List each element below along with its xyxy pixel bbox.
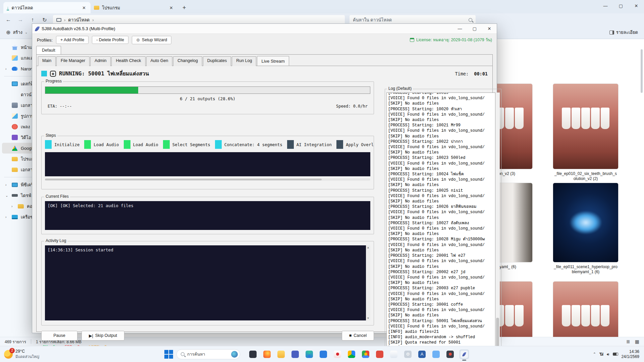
log-line: [PROCESS] Starting: 10021 Mr99 bbox=[388, 123, 494, 128]
log-line: [SKIP] Quota reached for 50001 bbox=[388, 340, 494, 345]
dark-app-icon[interactable] bbox=[248, 350, 258, 359]
app-title-bar[interactable]: SJ88 AutoBatch v26.5.3 (Multi-Profile) —… bbox=[32, 24, 497, 34]
expand-chevron-icon[interactable]: › bbox=[5, 67, 9, 71]
chrome-icon[interactable] bbox=[361, 350, 370, 359]
home-icon bbox=[12, 45, 18, 50]
activity-log-terminal[interactable]: [14:36:13] Session started bbox=[45, 245, 366, 320]
list-view-icon[interactable]: ≣ bbox=[626, 339, 630, 344]
profile-tab-default[interactable]: Default bbox=[36, 46, 61, 54]
scroll-down-icon[interactable]: ▼ bbox=[367, 317, 370, 320]
log-line: [VOICE] Found 0 files in vdo_long_sound/ bbox=[388, 144, 494, 150]
volume-icon[interactable]: 🔊︎ bbox=[607, 352, 609, 357]
breadcrumb-folder[interactable]: ดาวน์โหลด bbox=[68, 16, 90, 23]
firefox-icon[interactable] bbox=[262, 350, 272, 359]
edge-icon[interactable] bbox=[305, 350, 314, 359]
step-chip: Select Segments bbox=[163, 140, 210, 149]
tooth bbox=[505, 108, 514, 129]
notepad-icon[interactable] bbox=[389, 350, 398, 359]
app-minimize-button[interactable]: — bbox=[452, 24, 467, 34]
file-name: _file_ep011_scene1_hyperloop_problemyaml… bbox=[552, 264, 619, 275]
settings-gear-icon[interactable]: ⚙ bbox=[403, 350, 413, 359]
skip-output-button[interactable]: ▶| Skip Output bbox=[82, 331, 124, 341]
file-item[interactable]: _file_ep011_scene1_hyperloop_problemyaml… bbox=[552, 183, 619, 275]
up-icon[interactable]: ↑ bbox=[29, 17, 36, 23]
activity-log-scrollbar[interactable]: ▲ ▼ bbox=[366, 245, 370, 320]
tooth bbox=[591, 305, 600, 326]
teams-icon[interactable] bbox=[290, 350, 300, 359]
thumbnail-view-icon[interactable]: ▦ bbox=[635, 339, 639, 344]
setup-wizard-button[interactable]: ⚙ Setup Wizard bbox=[132, 36, 171, 44]
tab-admin[interactable]: Admin bbox=[90, 56, 111, 66]
tooth bbox=[562, 305, 571, 326]
cancel-button[interactable]: ■ Cancel bbox=[342, 331, 374, 341]
skip-icon: ▶| bbox=[89, 333, 93, 338]
weather-widget[interactable]: 2 29°C มีแดดส่วนใหญ่ bbox=[0, 349, 80, 360]
tab-file-manager[interactable]: File Manager bbox=[56, 56, 90, 66]
tab-run-log[interactable]: Run Log bbox=[232, 56, 256, 66]
red-app-icon[interactable] bbox=[375, 350, 384, 359]
weather-temp: 29°C bbox=[15, 349, 39, 354]
breadcrumb[interactable]: › ดาวน์โหลด › bbox=[53, 15, 345, 24]
app-feather-icon bbox=[35, 25, 40, 32]
battery-icon[interactable] bbox=[613, 353, 618, 356]
file-item[interactable]: _file_ep010_02_six_teeth_brush_solution_… bbox=[552, 83, 619, 181]
app-maximize-button[interactable]: ▢ bbox=[467, 24, 482, 34]
log-line: [SKIP] No audio files bbox=[388, 134, 494, 139]
delete-profile-button[interactable]: - Delete Profile bbox=[92, 36, 128, 44]
current-files-terminal[interactable]: [OK] [OK] Selected: 21 audio files bbox=[45, 201, 370, 230]
refresh-icon[interactable]: ↻ bbox=[41, 17, 48, 23]
new-button[interactable]: ⊕ สร้าง ⌄ bbox=[6, 29, 28, 36]
log-line: [VOICE] Found 0 files in vdo_long_sound/ bbox=[388, 226, 494, 231]
step-color-square bbox=[84, 140, 91, 149]
search-input[interactable]: ค้นหาใน ดาวน์โหลด bbox=[350, 15, 476, 24]
new-tab-button[interactable]: + bbox=[178, 4, 191, 13]
expand-chevron-icon[interactable]: › bbox=[5, 215, 9, 219]
tab-health-check[interactable]: Health Check bbox=[111, 56, 145, 66]
music-icon bbox=[12, 124, 18, 129]
log-scrollbar[interactable] bbox=[495, 93, 500, 362]
tab-changelog[interactable]: Changelog bbox=[173, 56, 202, 66]
expand-chevron-icon[interactable]: ⌄ bbox=[5, 194, 9, 197]
python-app-icon[interactable] bbox=[460, 350, 469, 359]
running-status-text: RUNNING: 50001 ไฟเหลี่ยมแต่งสวน bbox=[59, 69, 149, 78]
tab-auto-gen[interactable]: Auto Gen bbox=[146, 56, 173, 66]
forward-icon[interactable]: → bbox=[17, 17, 24, 23]
details-toggle-button[interactable]: รายละเอียด bbox=[609, 29, 638, 36]
mail-app-icon[interactable] bbox=[319, 350, 328, 359]
explorer-close-button[interactable]: ✕ bbox=[629, 0, 644, 11]
expand-chevron-icon[interactable]: › bbox=[5, 183, 9, 187]
taskbar-search[interactable]: การค้นหา bbox=[176, 349, 240, 359]
log-text-area[interactable]: [PROCESS] Starting: 10019[VOICE] Found 0… bbox=[386, 93, 495, 362]
dark-app-icon-2[interactable] bbox=[445, 350, 455, 359]
file-explorer-icon-glyph bbox=[277, 351, 285, 358]
explorer-tab[interactable]: โปรแกรม✕ bbox=[91, 2, 178, 13]
google-drive-icon[interactable] bbox=[347, 350, 356, 359]
scroll-up-icon[interactable]: ▲ bbox=[367, 246, 370, 249]
tray-chevron-up-icon[interactable]: ⌃ bbox=[593, 352, 596, 356]
app-close-button[interactable]: ✕ bbox=[482, 24, 497, 34]
content-scrollbar[interactable] bbox=[640, 39, 643, 337]
tab-duplicates[interactable]: Duplicates bbox=[203, 56, 231, 66]
steps-horizontal-scrollbar[interactable] bbox=[45, 178, 370, 181]
add-profile-button[interactable]: + Add Profile bbox=[56, 36, 89, 44]
tab-live-stream[interactable]: Live Stream bbox=[257, 56, 289, 66]
tab-close-icon[interactable]: ✕ bbox=[168, 5, 174, 10]
search-icon bbox=[469, 18, 472, 22]
blue-a-app-icon[interactable]: A bbox=[417, 350, 427, 359]
start-button[interactable] bbox=[164, 350, 173, 359]
pause-button[interactable]: Pause bbox=[41, 331, 77, 341]
back-icon[interactable]: ← bbox=[5, 17, 12, 23]
wifi-icon[interactable]: 📶︎ bbox=[599, 352, 603, 357]
expand-chevron-icon[interactable]: › bbox=[11, 204, 15, 208]
tab-main[interactable]: Main bbox=[38, 56, 56, 66]
file-explorer-icon[interactable] bbox=[276, 350, 286, 359]
tab-close-icon[interactable]: ✕ bbox=[81, 5, 87, 10]
explorer-minimize-button[interactable]: — bbox=[598, 0, 613, 11]
stop-icon: ■ bbox=[349, 333, 352, 338]
explorer-maximize-button[interactable]: ▢ bbox=[613, 0, 629, 11]
explorer-tab[interactable]: ↓ดาวน์โหลด✕ bbox=[3, 2, 91, 13]
blue-window-app-icon[interactable] bbox=[431, 350, 441, 359]
adobe-app-icon[interactable] bbox=[333, 350, 342, 359]
step-color-square bbox=[45, 140, 52, 149]
clock[interactable]: 14:36 24/1/2569 bbox=[622, 349, 639, 359]
